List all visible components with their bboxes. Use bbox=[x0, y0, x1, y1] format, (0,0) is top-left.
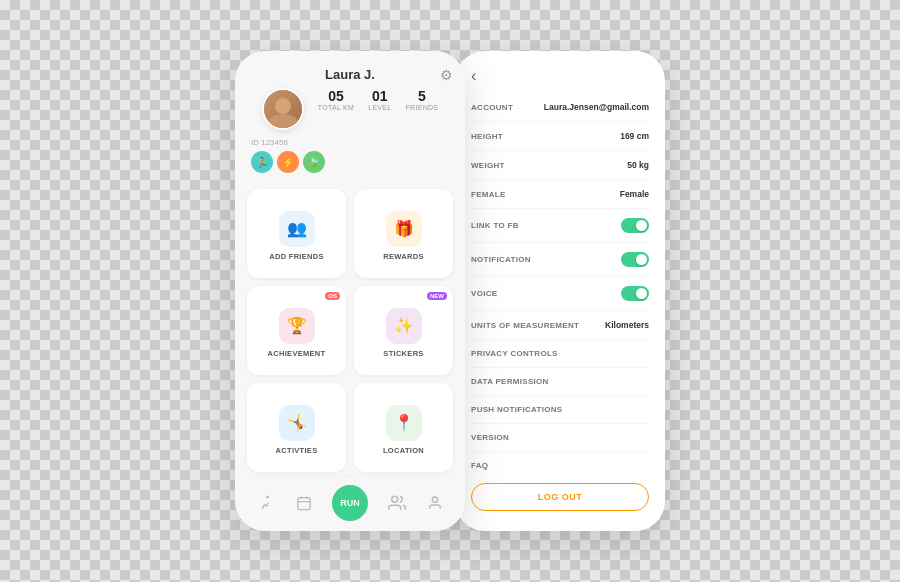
gear-icon[interactable]: ⚙ bbox=[440, 67, 453, 83]
settings-key-link-fb: LINK TO FB bbox=[471, 221, 519, 230]
logout-button[interactable]: LOG OUT bbox=[471, 483, 649, 511]
settings-row-units: UNITS OF MEASUREMENT Kilometers bbox=[471, 311, 649, 340]
settings-row-notification: NOTIFICATION bbox=[471, 243, 649, 277]
achievement-badge: OS bbox=[325, 292, 340, 300]
badges-row: 🏃 ⚡ 🍃 bbox=[251, 151, 325, 173]
profile-header: Laura J. ⚙ 05 TOTAL KM 01 LEVEL 5 FRIEND… bbox=[247, 67, 453, 181]
run-label: RUN bbox=[340, 498, 360, 508]
toggle-notification[interactable] bbox=[621, 252, 649, 267]
settings-data-permission[interactable]: DATA PERMISSION bbox=[471, 368, 649, 396]
bottom-nav: RUN bbox=[247, 476, 453, 521]
svg-rect-0 bbox=[298, 498, 310, 510]
achievement-icon: 🏆 bbox=[287, 316, 307, 335]
menu-item-location[interactable]: 📍 LOCATION bbox=[354, 383, 453, 472]
user-id: ID 123456 bbox=[251, 138, 288, 147]
nav-walk[interactable] bbox=[257, 494, 275, 512]
stat-label-friends: FRIENDS bbox=[405, 104, 438, 111]
settings-privacy-controls[interactable]: PRIVACY CONTROLS bbox=[471, 340, 649, 368]
menu-item-rewards[interactable]: 🎁 REWARDS bbox=[354, 189, 453, 278]
nav-calendar[interactable] bbox=[296, 495, 312, 511]
settings-value-weight: 50 kg bbox=[627, 160, 649, 170]
activities-label: ACTIVTIES bbox=[276, 446, 318, 455]
stat-value-level: 01 bbox=[372, 88, 388, 104]
activities-icon: 🤸 bbox=[287, 413, 307, 432]
settings-row-female: FEMALE Female bbox=[471, 180, 649, 209]
back-button[interactable]: ‹ bbox=[455, 67, 665, 93]
stat-value-friends: 5 bbox=[418, 88, 426, 104]
avatar-image bbox=[264, 90, 302, 128]
location-icon-wrap: 📍 bbox=[386, 405, 422, 441]
svg-point-5 bbox=[432, 497, 437, 502]
settings-key-voice: VOICE bbox=[471, 289, 497, 298]
settings-value-female: Female bbox=[620, 189, 649, 199]
achievement-label: ACHIEVEMENT bbox=[268, 349, 326, 358]
settings-key-female: FEMALE bbox=[471, 190, 506, 199]
menu-item-activities[interactable]: 🤸 ACTIVTIES bbox=[247, 383, 346, 472]
add-friends-label: ADD FRIENDS bbox=[269, 252, 324, 261]
nav-run-button[interactable]: RUN bbox=[332, 485, 368, 521]
phone-left: Laura J. ⚙ 05 TOTAL KM 01 LEVEL 5 FRIEND… bbox=[235, 51, 465, 531]
settings-row-voice: VOICE bbox=[471, 277, 649, 311]
rewards-icon-wrap: 🎁 bbox=[386, 211, 422, 247]
menu-grid: 👥 ADD FRIENDS 🎁 REWARDS OS 🏆 ACHIEVEMENT… bbox=[247, 189, 453, 472]
profile-name: Laura J. bbox=[325, 67, 375, 82]
settings-key-height: HEIGHT bbox=[471, 132, 503, 141]
add-friends-icon: 👥 bbox=[287, 219, 307, 238]
settings-list: ACCOUNT Laura.Jensen@gmail.com HEIGHT 16… bbox=[455, 93, 665, 473]
location-label: LOCATION bbox=[383, 446, 424, 455]
menu-item-achievement[interactable]: OS 🏆 ACHIEVEMENT bbox=[247, 286, 346, 375]
stats-row: 05 TOTAL KM 01 LEVEL 5 FRIENDS bbox=[262, 88, 439, 134]
avatar bbox=[262, 88, 304, 130]
settings-value-height: 169 cm bbox=[620, 131, 649, 141]
add-friends-icon-wrap: 👥 bbox=[279, 211, 315, 247]
stickers-label: STICKERS bbox=[383, 349, 423, 358]
settings-key-weight: WEIGHT bbox=[471, 161, 505, 170]
stat-value-km: 05 bbox=[328, 88, 344, 104]
settings-version[interactable]: VERSION bbox=[471, 424, 649, 452]
logout-label: LOG OUT bbox=[538, 492, 583, 502]
stickers-badge: NEW bbox=[427, 292, 447, 300]
settings-row-weight: WEIGHT 50 kg bbox=[471, 151, 649, 180]
stat-total-km: 05 TOTAL KM bbox=[318, 88, 355, 134]
nav-friends[interactable] bbox=[388, 494, 406, 512]
settings-faq[interactable]: FAQ bbox=[471, 452, 649, 473]
toggle-voice[interactable] bbox=[621, 286, 649, 301]
settings-key-notification: NOTIFICATION bbox=[471, 255, 531, 264]
settings-value-units: Kilometers bbox=[605, 320, 649, 330]
settings-row-account: ACCOUNT Laura.Jensen@gmail.com bbox=[471, 93, 649, 122]
settings-row-link-fb: LINK TO FB bbox=[471, 209, 649, 243]
rewards-label: REWARDS bbox=[383, 252, 423, 261]
stat-level: 01 LEVEL bbox=[368, 88, 391, 134]
svg-point-4 bbox=[392, 496, 398, 502]
menu-item-add-friends[interactable]: 👥 ADD FRIENDS bbox=[247, 189, 346, 278]
settings-value-account: Laura.Jensen@gmail.com bbox=[544, 102, 649, 112]
settings-push-notifications[interactable]: PUSH NOTIFICATIONS bbox=[471, 396, 649, 424]
stat-friends: 5 FRIENDS bbox=[405, 88, 438, 134]
settings-key-units: UNITS OF MEASUREMENT bbox=[471, 321, 579, 330]
phone-container: Laura J. ⚙ 05 TOTAL KM 01 LEVEL 5 FRIEND… bbox=[235, 51, 665, 531]
stat-label-km: TOTAL KM bbox=[318, 104, 355, 111]
badge-bolt: ⚡ bbox=[277, 151, 299, 173]
activities-icon-wrap: 🤸 bbox=[279, 405, 315, 441]
profile-title-row: Laura J. ⚙ bbox=[247, 67, 453, 82]
nav-profile[interactable] bbox=[427, 495, 443, 511]
menu-item-stickers[interactable]: NEW ✨ STICKERS bbox=[354, 286, 453, 375]
badge-leaf: 🍃 bbox=[303, 151, 325, 173]
settings-row-height: HEIGHT 169 cm bbox=[471, 122, 649, 151]
achievement-icon-wrap: 🏆 bbox=[279, 308, 315, 344]
settings-key-account: ACCOUNT bbox=[471, 103, 513, 112]
stickers-icon: ✨ bbox=[394, 316, 414, 335]
stickers-icon-wrap: ✨ bbox=[386, 308, 422, 344]
logout-area: LOG OUT bbox=[455, 473, 665, 521]
stat-label-level: LEVEL bbox=[368, 104, 391, 111]
phone-right: ‹ ACCOUNT Laura.Jensen@gmail.com HEIGHT … bbox=[455, 51, 665, 531]
location-icon: 📍 bbox=[394, 413, 414, 432]
rewards-icon: 🎁 bbox=[394, 219, 414, 238]
badge-run: 🏃 bbox=[251, 151, 273, 173]
toggle-link-fb[interactable] bbox=[621, 218, 649, 233]
